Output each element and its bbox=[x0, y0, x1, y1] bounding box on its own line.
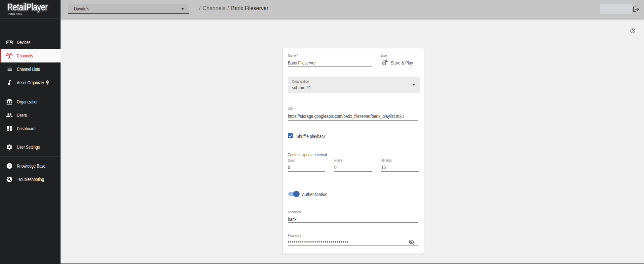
svg-text:?: ? bbox=[8, 164, 11, 168]
